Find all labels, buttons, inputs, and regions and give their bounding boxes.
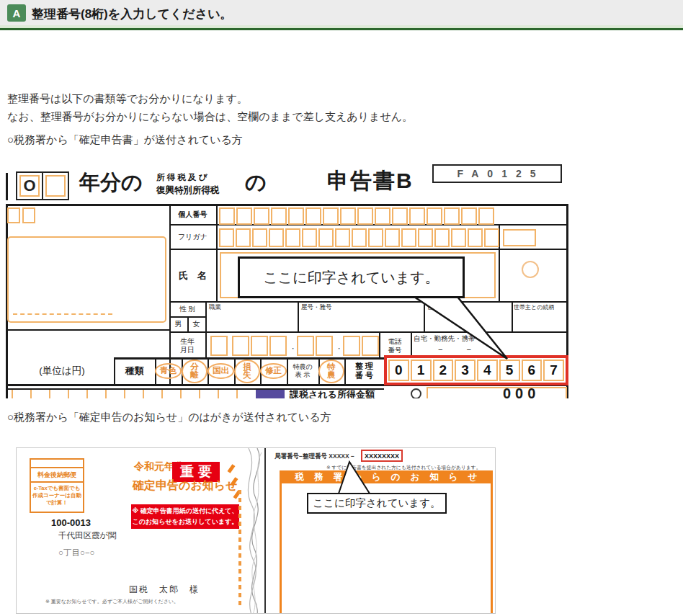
- householder-relation-label: 世帯主との続柄: [514, 303, 554, 311]
- reference-label-top: 整 理: [355, 362, 373, 371]
- date-separator-dot: ・: [290, 344, 296, 354]
- digit-cell: 1: [411, 360, 432, 381]
- tax-line-2: 復興特別所得税: [156, 184, 243, 197]
- callout-text-2: ここに印字されています。: [313, 496, 440, 510]
- birthdate-label: 生年 月日: [169, 333, 205, 358]
- etax-note-line2: 作成コーナーは自動で計算！: [32, 492, 82, 506]
- name-label: 氏 名: [169, 250, 216, 301]
- female-label: 女: [187, 317, 205, 331]
- phone-label-bottom: 番号: [388, 346, 402, 354]
- stamp-shusei: 修正: [260, 358, 287, 384]
- tax-form-b-figure: O 年分の 所 得 税 及 び 復興特別所得税 の 申告書B FA0125: [6, 163, 568, 398]
- stamp-text: 特農: [318, 360, 344, 383]
- callout-text: ここに印字されています。: [263, 268, 439, 287]
- taxable-income-label: 課税される所得金額: [290, 388, 375, 398]
- notice-title: 確定申告のお知らせ: [133, 478, 238, 494]
- digit-cell: 4: [477, 360, 498, 381]
- address-line-1: 千代田区霞が関: [58, 530, 117, 541]
- notice-subtext-box: ※ 確定申告書用紙の送付に代えて、 このお知らせをお送りしています。: [131, 504, 239, 529]
- form-title-no: の: [245, 169, 267, 197]
- year-box: O: [16, 171, 69, 200]
- address-divider-dashed: [13, 313, 112, 315]
- tokuno-display-label: 特農の 表 示: [287, 358, 318, 384]
- occupation-label: 職業: [209, 303, 221, 312]
- stamp-tokuno: 特農: [318, 358, 344, 384]
- print-location-callout-2: ここに印字されています。: [307, 493, 447, 514]
- office-number-line: 局署番号−整理番号 XXXXX −: [274, 452, 354, 461]
- stamp-text: 損失: [234, 360, 260, 383]
- fold-dashed-strip: [238, 490, 241, 605]
- print-location-callout: ここに印字されています。: [238, 256, 465, 298]
- faq-page: Q 番号欄には何を入力したらよいですか？ A 整理番号(8桁)を入力してください…: [0, 0, 683, 616]
- stamp-sonshitsu: 損失: [234, 358, 260, 384]
- answer-header: A 整理番号(8桁)を入力してください。: [0, 0, 683, 27]
- stamp-text: 修正: [260, 363, 287, 379]
- reference-number-highlight: XXXXXXXX: [361, 450, 403, 462]
- postcard-figure: 料金後納郵便 e-Taxでも書面でも 作成コーナーは自動で計算！ 100-001…: [16, 447, 496, 614]
- notice-subtext-line2: このお知らせをお送りしています。: [131, 517, 239, 527]
- reference-number-label: 整 理 番 号: [344, 358, 384, 384]
- digit-cell: 7: [543, 360, 564, 381]
- section-title-postcard: ○税務署から「確定申告のお知らせ」のはがきが送付されている方: [7, 411, 331, 424]
- fold-waves-decoration: [241, 448, 266, 614]
- tokuno-label-bottom: 表 示: [295, 371, 311, 379]
- gender-label: 性 別: [169, 303, 205, 316]
- householder-name-label: 世帯主の氏名: [427, 303, 464, 312]
- postage-stamp-box: 料金後納郵便 e-Taxでも書面でも 作成コーナーは自動で計算！: [30, 458, 84, 513]
- stamp-text: 分離: [182, 360, 207, 383]
- digit-cell: 2: [433, 360, 454, 381]
- male-label: 男: [169, 317, 187, 331]
- zeros-value: 000: [503, 385, 540, 398]
- personal-number-label: 個人番号: [169, 205, 216, 224]
- intro-line-2: なお、整理番号がお分かりにならない場合は、空欄のままで差し支えありません。: [7, 110, 413, 124]
- stamp-text: 国出: [207, 363, 234, 379]
- purple-box: [256, 390, 285, 398]
- fold-edge-line: [264, 448, 266, 614]
- decorative-slash: [228, 464, 236, 473]
- notice-band: 税務署からのお知らせ: [280, 470, 493, 483]
- year-empty-cell: [45, 175, 66, 197]
- phone-label-top: 電話: [388, 337, 402, 346]
- type-label: 種類: [114, 358, 155, 384]
- stamp-text: 青色: [155, 363, 182, 379]
- phone-label: 電話 番号: [379, 333, 411, 358]
- office-code-box: [7, 207, 20, 223]
- year-placeholder-cell: O: [19, 175, 40, 197]
- panel-side-line-right: [491, 483, 493, 614]
- notice-subtext-line1: ※ 確定申告書用紙の送付に代えて、: [131, 506, 239, 517]
- bottom-amount-ticks: [12, 390, 249, 398]
- office-code-box: [22, 207, 35, 223]
- reference-number-digits: 0 1 2 3 4 5 6 7: [384, 355, 568, 385]
- seal-circle-icon: [522, 261, 539, 278]
- answer-badge-icon: A: [7, 4, 26, 22]
- intro-line-1: 整理番号は以下の書類等でお分かりになります。: [7, 92, 248, 106]
- answer-text: 整理番号(8桁)を入力してください。: [32, 6, 233, 22]
- reference-label-bottom: 番 号: [355, 371, 373, 380]
- birthdate-cells-day: [343, 336, 379, 356]
- open-note: ※ 重要なお知らせです。必ずご本人様がご開封ください。: [45, 598, 179, 605]
- digit-cell: 6: [522, 360, 543, 381]
- tokuno-label-top: 特農の: [293, 363, 312, 371]
- postal-code: 100-0013: [51, 517, 91, 528]
- form-title-year: 年分の: [79, 169, 143, 197]
- birthdate-cells-month: [297, 336, 333, 356]
- birthdate-cells-year: [232, 336, 287, 356]
- birthdate-cells-era: [210, 336, 228, 356]
- phone-type-label: 自宅・勤務先・携帯: [414, 334, 476, 344]
- etax-note-line1: e-Taxでも書面でも: [32, 485, 82, 492]
- stamp-kokushutsu: 国出: [207, 358, 234, 384]
- postage-label: 料金後納郵便: [31, 468, 83, 483]
- form-title-doc: 申告書B: [327, 166, 414, 196]
- section-title-tax-return: ○税務署から「確定申告書」が送付されている方: [7, 133, 243, 147]
- address-line-2: ○丁目○−○: [58, 548, 95, 558]
- unit-label: (単位は円): [12, 360, 112, 382]
- form-title-tax-stack: 所 得 税 及 び 復興特別所得税: [156, 172, 243, 197]
- date-separator-dot: ・: [336, 344, 342, 354]
- panel-side-line-left: [280, 483, 282, 614]
- amount-cells-partial: [427, 387, 567, 398]
- trade-name-label: 屋号・雅号: [301, 303, 332, 312]
- phone-dashes: − −: [438, 344, 471, 355]
- recipient-name: 国税 太郎 様: [129, 584, 200, 596]
- form-code-box: FA0125: [432, 164, 562, 183]
- digit-cell: 0: [388, 360, 409, 381]
